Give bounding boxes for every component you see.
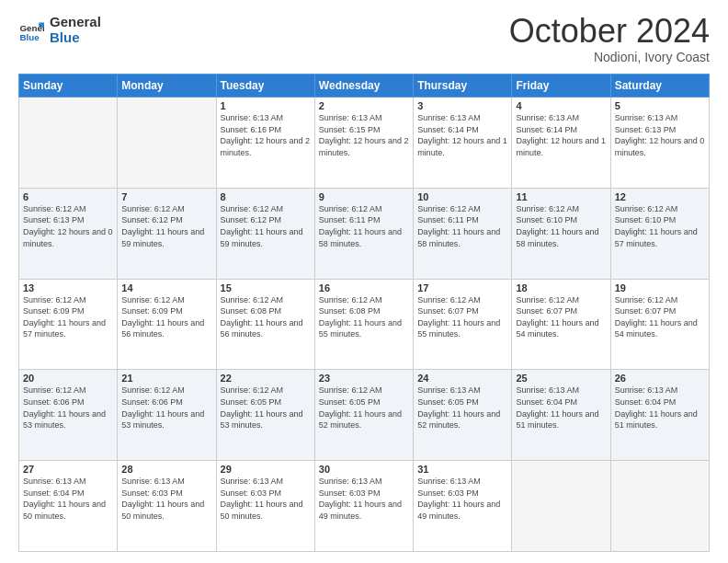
sunrise-time: 6:13 AM <box>253 113 283 122</box>
sunrise-time: 6:12 AM <box>253 385 283 395</box>
day-cell-14: 14 Sunrise: 6:12 AM Sunset: 6:09 PM Dayl… <box>118 279 216 370</box>
day-info: Sunrise: 6:13 AM Sunset: 6:05 PM Dayligh… <box>417 385 507 431</box>
sunrise-label: Sunrise: <box>417 113 450 122</box>
sunrise-label: Sunrise: <box>221 295 254 304</box>
daylight-label: Daylight: 12 hours and 1 minute. <box>417 136 507 157</box>
sunrise-label: Sunrise: <box>417 385 450 395</box>
logo: General Blue General Blue <box>18 15 101 45</box>
sunrise-label: Sunrise: <box>221 477 254 486</box>
sunrise-time: 6:12 AM <box>253 204 283 213</box>
col-header-wednesday: Wednesday <box>314 75 413 98</box>
day-number: 22 <box>221 373 311 384</box>
sunrise-time: 6:13 AM <box>549 113 579 122</box>
daylight-label: Daylight: 11 hours and 49 minutes. <box>319 500 402 521</box>
day-number: 10 <box>417 191 507 202</box>
day-info: Sunrise: 6:13 AM Sunset: 6:03 PM Dayligh… <box>319 476 409 522</box>
day-cell-12: 12 Sunrise: 6:12 AM Sunset: 6:10 PM Dayl… <box>610 188 709 279</box>
day-info: Sunrise: 6:13 AM Sunset: 6:03 PM Dayligh… <box>121 476 211 522</box>
day-info: Sunrise: 6:13 AM Sunset: 6:03 PM Dayligh… <box>417 476 507 522</box>
sunrise-time: 6:12 AM <box>154 385 185 395</box>
daylight-label: Daylight: 11 hours and 56 minutes. <box>121 318 204 339</box>
daylight-label: Daylight: 11 hours and 58 minutes. <box>516 227 598 248</box>
col-header-tuesday: Tuesday <box>216 75 314 98</box>
sunrise-time: 6:13 AM <box>450 385 481 395</box>
daylight-label: Daylight: 11 hours and 54 minutes. <box>615 318 698 339</box>
sunset-time: 6:15 PM <box>349 125 381 134</box>
title-block: October 2024 Nodioni, Ivory Coast <box>509 15 710 64</box>
day-number: 27 <box>23 464 113 475</box>
day-number: 16 <box>319 282 409 293</box>
sunrise-label: Sunrise: <box>615 113 648 122</box>
sunrise-time: 6:12 AM <box>56 204 86 213</box>
svg-text:Blue: Blue <box>19 31 40 41</box>
sunrise-label: Sunrise: <box>319 477 352 486</box>
sunset-time: 6:10 PM <box>546 215 577 224</box>
page: General Blue General Blue October 2024 N… <box>0 0 728 563</box>
day-info: Sunrise: 6:12 AM Sunset: 6:05 PM Dayligh… <box>319 385 409 431</box>
day-cell-11: 11 Sunrise: 6:12 AM Sunset: 6:10 PM Dayl… <box>512 188 610 279</box>
col-header-friday: Friday <box>512 75 610 98</box>
sunset-label: Sunset: <box>319 215 349 224</box>
sunset-time: 6:09 PM <box>53 306 85 316</box>
day-info: Sunrise: 6:12 AM Sunset: 6:06 PM Dayligh… <box>23 385 113 431</box>
day-info: Sunrise: 6:13 AM Sunset: 6:03 PM Dayligh… <box>221 476 311 522</box>
sunrise-label: Sunrise: <box>121 385 154 395</box>
day-cell-17: 17 Sunrise: 6:12 AM Sunset: 6:07 PM Dayl… <box>414 279 512 370</box>
sunset-label: Sunset: <box>121 397 152 407</box>
sunset-time: 6:16 PM <box>251 125 282 134</box>
day-cell-15: 15 Sunrise: 6:12 AM Sunset: 6:08 PM Dayl… <box>216 279 314 370</box>
day-number: 17 <box>417 282 507 293</box>
daylight-label: Daylight: 11 hours and 53 minutes. <box>121 409 204 431</box>
daylight-label: Daylight: 12 hours and 2 minutes. <box>319 136 409 157</box>
sunrise-label: Sunrise: <box>319 295 352 304</box>
sunset-time: 6:14 PM <box>546 125 577 134</box>
col-header-saturday: Saturday <box>610 75 709 98</box>
sunrise-time: 6:12 AM <box>549 204 579 213</box>
daylight-label: Daylight: 11 hours and 53 minutes. <box>23 409 106 431</box>
sunset-label: Sunset: <box>319 397 349 407</box>
day-info: Sunrise: 6:12 AM Sunset: 6:11 PM Dayligh… <box>319 203 409 249</box>
daylight-label: Daylight: 11 hours and 53 minutes. <box>221 409 303 431</box>
empty-cell <box>19 98 118 189</box>
day-number: 11 <box>516 191 606 202</box>
sunset-time: 6:03 PM <box>251 488 282 498</box>
day-number: 19 <box>615 282 705 293</box>
sunset-time: 6:13 PM <box>53 215 85 224</box>
daylight-label: Daylight: 11 hours and 57 minutes. <box>615 227 698 248</box>
daylight-label: Daylight: 11 hours and 57 minutes. <box>23 318 106 339</box>
day-number: 14 <box>121 282 211 293</box>
daylight-label: Daylight: 11 hours and 54 minutes. <box>516 318 598 339</box>
calendar-week-row: 27 Sunrise: 6:13 AM Sunset: 6:04 PM Dayl… <box>19 461 710 552</box>
location-subtitle: Nodioni, Ivory Coast <box>509 50 710 64</box>
month-title: October 2024 <box>509 15 710 48</box>
day-number: 6 <box>23 191 113 202</box>
day-cell-13: 13 Sunrise: 6:12 AM Sunset: 6:09 PM Dayl… <box>19 279 118 370</box>
day-cell-19: 19 Sunrise: 6:12 AM Sunset: 6:07 PM Dayl… <box>610 279 709 370</box>
sunset-label: Sunset: <box>417 397 448 407</box>
logo-general: General <box>50 15 101 30</box>
daylight-label: Daylight: 12 hours and 0 minutes. <box>615 136 705 157</box>
day-info: Sunrise: 6:13 AM Sunset: 6:13 PM Dayligh… <box>615 112 705 158</box>
day-cell-18: 18 Sunrise: 6:12 AM Sunset: 6:07 PM Dayl… <box>512 279 610 370</box>
sunset-time: 6:08 PM <box>349 306 381 316</box>
sunrise-time: 6:12 AM <box>253 295 283 304</box>
sunrise-label: Sunrise: <box>121 204 154 213</box>
day-info: Sunrise: 6:12 AM Sunset: 6:05 PM Dayligh… <box>221 385 311 431</box>
sunset-label: Sunset: <box>221 397 251 407</box>
day-info: Sunrise: 6:13 AM Sunset: 6:14 PM Dayligh… <box>417 112 507 158</box>
sunrise-label: Sunrise: <box>121 295 154 304</box>
day-cell-31: 31 Sunrise: 6:13 AM Sunset: 6:03 PM Dayl… <box>414 461 512 552</box>
col-header-sunday: Sunday <box>19 75 118 98</box>
sunset-time: 6:08 PM <box>251 306 282 316</box>
sunrise-time: 6:12 AM <box>647 204 677 213</box>
calendar-week-row: 13 Sunrise: 6:12 AM Sunset: 6:09 PM Dayl… <box>19 279 710 370</box>
sunrise-time: 6:13 AM <box>450 477 481 486</box>
sunset-label: Sunset: <box>417 306 448 316</box>
day-number: 5 <box>615 100 705 111</box>
sunrise-label: Sunrise: <box>417 204 450 213</box>
sunset-label: Sunset: <box>121 488 152 498</box>
sunset-label: Sunset: <box>516 306 546 316</box>
logo-blue: Blue <box>50 30 101 46</box>
sunrise-label: Sunrise: <box>23 477 56 486</box>
sunset-time: 6:05 PM <box>349 397 381 407</box>
